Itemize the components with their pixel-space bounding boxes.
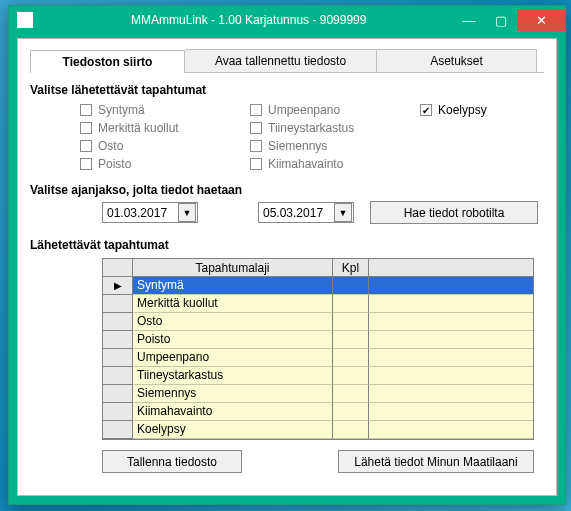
checkbox-icon: [80, 104, 92, 116]
table-row[interactable]: Tiineystarkastus: [103, 367, 533, 385]
tab-settings[interactable]: Asetukset: [377, 49, 537, 72]
events-grid[interactable]: Tapahtumalaji Kpl ▶ Syntymä Merkittä kuo…: [102, 258, 534, 440]
checkbox-osto[interactable]: Osto: [80, 137, 250, 155]
app-window: MMAmmuLink - 1.00 Karjatunnus - 9099999 …: [8, 5, 566, 505]
checkbox-icon: [250, 140, 262, 152]
date-to-value[interactable]: 05.03.2017: [259, 206, 333, 220]
checkbox-kiimahavainto[interactable]: Kiimahavainto: [250, 155, 420, 173]
client-area: Tiedoston siirto Avaa tallennettu tiedos…: [17, 38, 557, 496]
chevron-down-icon[interactable]: ▼: [334, 203, 352, 222]
checkbox-icon: [80, 158, 92, 170]
label-select-events: Valitse lähetettävät tapahtumat: [30, 83, 544, 97]
tab-file-transfer[interactable]: Tiedoston siirto: [30, 50, 185, 73]
checkbox-merkitta-kuollut[interactable]: Merkittä kuollut: [80, 119, 250, 137]
checkbox-icon: [250, 122, 262, 134]
date-to[interactable]: 05.03.2017 ▼: [258, 202, 354, 223]
table-row[interactable]: Merkittä kuollut: [103, 295, 533, 313]
checkbox-syntyma[interactable]: Syntymä: [80, 101, 250, 119]
table-row[interactable]: Umpeenpano: [103, 349, 533, 367]
table-row[interactable]: Koelypsy: [103, 421, 533, 439]
col-header-count[interactable]: Kpl: [333, 259, 369, 277]
table-row[interactable]: ▶ Syntymä: [103, 277, 533, 295]
date-from[interactable]: 01.03.2017 ▼: [102, 202, 198, 223]
checkbox-koelypsy[interactable]: ✔Koelypsy: [420, 101, 487, 119]
grid-corner: [103, 259, 133, 277]
checkbox-icon: [250, 158, 262, 170]
event-checkboxes: Syntymä Merkittä kuollut Osto Poisto Ump…: [80, 101, 544, 173]
checkbox-poisto[interactable]: Poisto: [80, 155, 250, 173]
close-button[interactable]: ✕: [517, 9, 565, 31]
checkbox-umpeenpano[interactable]: Umpeenpano: [250, 101, 420, 119]
chevron-down-icon[interactable]: ▼: [178, 203, 196, 222]
table-row[interactable]: Siemennys: [103, 385, 533, 403]
send-data-button[interactable]: Lähetä tiedot Minun Maatilaani: [338, 450, 534, 473]
checkbox-icon: [250, 104, 262, 116]
col-header-type[interactable]: Tapahtumalaji: [133, 259, 333, 277]
col-header-blank: [369, 259, 533, 277]
titlebar[interactable]: MMAmmuLink - 1.00 Karjatunnus - 9099999 …: [9, 6, 565, 34]
checkbox-icon: [80, 122, 92, 134]
checkbox-siemennys[interactable]: Siemennys: [250, 137, 420, 155]
label-events-to-send: Lähetettävät tapahtumat: [30, 238, 544, 252]
minimize-button[interactable]: —: [453, 9, 485, 31]
checkbox-icon: [80, 140, 92, 152]
maximize-button[interactable]: ▢: [485, 9, 517, 31]
table-row[interactable]: Kiimahavainto: [103, 403, 533, 421]
app-icon: [17, 12, 33, 28]
label-select-period: Valitse ajanjakso, jolta tiedot haetaan: [30, 183, 544, 197]
tab-open-saved[interactable]: Avaa tallennettu tiedosto: [185, 49, 377, 72]
table-row[interactable]: Osto: [103, 313, 533, 331]
window-title: MMAmmuLink - 1.00 Karjatunnus - 9099999: [41, 13, 366, 27]
date-from-value[interactable]: 01.03.2017: [103, 206, 177, 220]
table-row[interactable]: Poisto: [103, 331, 533, 349]
checkbox-tiineystarkastus[interactable]: Tiineystarkastus: [250, 119, 420, 137]
row-selector-icon: ▶: [103, 277, 133, 295]
save-file-button[interactable]: Tallenna tiedosto: [102, 450, 242, 473]
tab-bar: Tiedoston siirto Avaa tallennettu tiedos…: [30, 49, 544, 73]
fetch-button[interactable]: Hae tiedot robotilta: [370, 201, 538, 224]
checkbox-icon: ✔: [420, 104, 432, 116]
